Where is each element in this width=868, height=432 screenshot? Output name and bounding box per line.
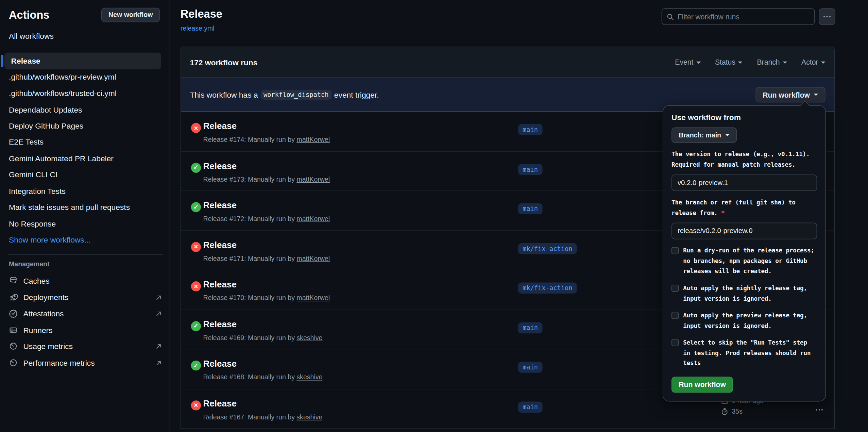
run-workflow-panel: Use workflow from Branch: main The versi…	[663, 105, 826, 401]
ref-input[interactable]	[671, 223, 817, 239]
branch-badge[interactable]: main	[518, 401, 542, 413]
banner-text: event trigger.	[334, 90, 379, 99]
actor-link[interactable]: skeshive	[296, 373, 322, 381]
external-link-icon	[155, 359, 162, 366]
branch-badge[interactable]: main	[518, 164, 542, 175]
search-icon	[666, 13, 674, 21]
branch-badge[interactable]: mk/fix-action	[518, 243, 577, 254]
run-title-link[interactable]: Release	[203, 319, 237, 329]
sidebar-item-caches[interactable]: Caches	[9, 273, 162, 288]
branch-badge[interactable]: main	[518, 124, 542, 135]
actor-link[interactable]: skeshive	[296, 334, 322, 342]
meter-icon	[9, 342, 18, 351]
sidebar-item-usage-metrics[interactable]: Usage metrics	[9, 339, 162, 353]
run-title-link[interactable]: Release	[203, 200, 237, 210]
actor-link[interactable]: mattKorwel	[296, 175, 330, 183]
sidebar-item-workflow[interactable]: No Response	[9, 217, 163, 230]
sidebar-item-label: Performance metrics	[23, 358, 95, 367]
sidebar-item-all-workflows[interactable]: All workflows	[9, 32, 54, 40]
checkbox-label: Auto apply the preview release tag, inpu…	[683, 311, 815, 331]
chevron-down-icon	[783, 61, 787, 64]
sidebar-item-performance-metrics[interactable]: Performance metrics	[9, 355, 162, 370]
show-more-workflows-link[interactable]: Show more workflows...	[9, 233, 163, 246]
actor-link[interactable]: skeshive	[296, 413, 322, 421]
run-description: Release #170: Manually run by mattKorwel	[203, 294, 330, 302]
branch-select-button[interactable]: Branch: main	[671, 127, 737, 143]
run-title-link[interactable]: Release	[203, 398, 237, 408]
event-filter-dropdown[interactable]: Event	[675, 58, 700, 66]
management-section-label: Management	[9, 260, 49, 268]
sidebar-item-runners[interactable]: Runners	[9, 323, 162, 337]
sidebar-item-workflow[interactable]: .github/workflows/pr-review.yml	[9, 70, 163, 84]
runs-card-header: 172 workflow runs Event Status Branch Ac…	[181, 47, 834, 78]
workflow-file-link[interactable]: release.yml	[181, 24, 215, 32]
required-marker: *	[721, 209, 725, 216]
chevron-down-icon	[821, 61, 826, 64]
filter-workflow-runs-field	[662, 8, 815, 25]
filter-workflow-runs-input[interactable]	[678, 13, 810, 21]
sidebar-item-workflow[interactable]: Dependabot Updates	[9, 103, 163, 116]
actor-link[interactable]: mattKorwel	[296, 136, 330, 144]
run-workflow-dropdown-button[interactable]: Run workflow	[755, 87, 826, 103]
sidebar-item-workflow[interactable]: Deploy GitHub Pages	[9, 119, 163, 132]
checkbox-label: Run a dry-run of the release process; no…	[683, 246, 815, 277]
run-workflow-submit-button[interactable]: Run workflow	[671, 377, 733, 393]
version-input[interactable]	[671, 175, 817, 191]
run-title-link[interactable]: Release	[203, 121, 237, 131]
external-link-icon	[155, 343, 162, 350]
sidebar-item-deployments[interactable]: Deployments	[9, 290, 162, 304]
run-options-kebab-button[interactable]	[812, 402, 827, 417]
branch-badge[interactable]: main	[518, 322, 542, 333]
run-status-icon	[191, 361, 201, 370]
sidebar: Actions New workflow All workflows Relea…	[0, 0, 169, 432]
branch-badge[interactable]: mk/fix-action	[518, 282, 577, 294]
workflow-dispatch-code: workflow_dispatch	[261, 90, 331, 100]
run-status-icon	[191, 202, 201, 212]
dry-run-checkbox[interactable]	[671, 247, 679, 254]
sidebar-item-release-selected[interactable]: Release	[4, 53, 161, 69]
run-title-link[interactable]: Release	[203, 280, 237, 289]
actor-link[interactable]: mattKorwel	[296, 215, 330, 223]
workflow-options-kebab-button[interactable]	[819, 8, 835, 25]
chevron-down-icon	[725, 134, 729, 136]
panel-title: Use workflow from	[671, 113, 817, 122]
actor-link[interactable]: mattKorwel	[296, 254, 330, 262]
dry-run-checkbox-row: Run a dry-run of the release process; no…	[671, 246, 817, 277]
kebab-horizontal-icon	[822, 12, 831, 21]
external-link-icon	[155, 294, 162, 301]
preview-tag-checkbox[interactable]	[671, 312, 679, 319]
skip-tests-checkbox[interactable]	[671, 339, 679, 346]
run-description: Release #168: Manually run by skeshive	[203, 373, 323, 381]
actor-filter-dropdown[interactable]: Actor	[801, 58, 826, 66]
run-status-icon	[191, 123, 201, 133]
run-title-link[interactable]: Release	[203, 359, 237, 369]
sidebar-item-attestations[interactable]: Attestations	[9, 306, 162, 320]
sidebar-item-workflow[interactable]: Mark stale issues and pull requests	[9, 200, 163, 214]
verified-icon	[9, 309, 18, 318]
run-description: Release #169: Manually run by skeshive	[203, 334, 323, 342]
sidebar-item-label: Attestations	[23, 309, 64, 318]
nightly-tag-checkbox[interactable]	[671, 285, 679, 292]
sidebar-item-workflow[interactable]: .github/workflows/trusted-ci.yml	[9, 86, 163, 100]
chevron-down-icon	[738, 61, 743, 64]
rocket-icon	[9, 293, 18, 302]
branch-badge[interactable]: main	[518, 203, 542, 215]
sidebar-item-workflow[interactable]: E2E Tests	[9, 135, 163, 148]
skip-tests-checkbox-row: Select to skip the "Run Tests" step in t…	[671, 338, 817, 369]
branch-badge[interactable]: main	[518, 362, 542, 373]
sidebar-item-workflow[interactable]: Gemini Automated PR Labeler	[9, 152, 163, 165]
runs-filters: Event Status Branch Actor	[675, 58, 825, 66]
sidebar-item-workflow[interactable]: Integration Tests	[9, 184, 163, 198]
run-title-link[interactable]: Release	[203, 161, 237, 171]
runs-count: 172 workflow runs	[190, 58, 257, 67]
chevron-down-icon	[814, 94, 818, 96]
new-workflow-button[interactable]: New workflow	[101, 8, 160, 22]
status-filter-dropdown[interactable]: Status	[715, 58, 743, 66]
actor-link[interactable]: mattKorwel	[296, 294, 330, 302]
run-title-link[interactable]: Release	[203, 240, 237, 250]
preview-tag-checkbox-row: Auto apply the preview release tag, inpu…	[671, 311, 817, 331]
branch-filter-dropdown[interactable]: Branch	[757, 58, 787, 66]
sidebar-item-workflow[interactable]: Gemini CLI CI	[9, 168, 163, 181]
nightly-tag-checkbox-row: Auto apply the nightly release tag, inpu…	[671, 284, 817, 304]
run-description: Release #167: Manually run by skeshive	[203, 413, 323, 421]
